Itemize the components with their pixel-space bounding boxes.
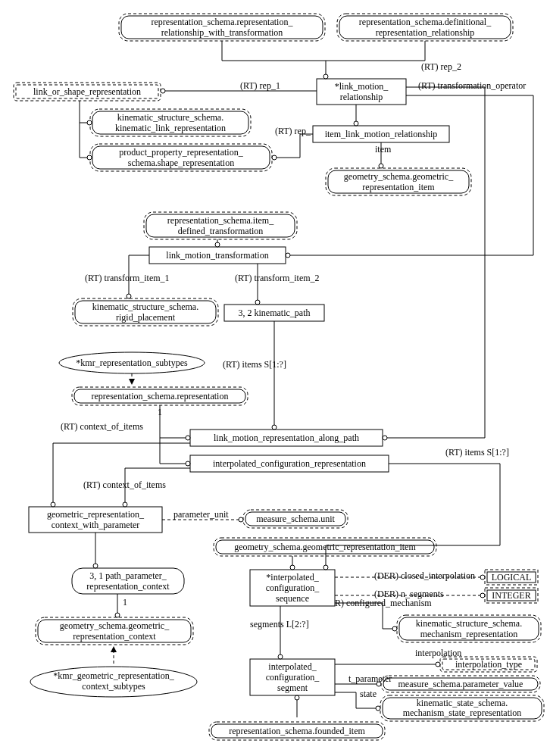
entity-link-or-shape-rep: link_or_shape_representation [14, 83, 161, 101]
svg-text:link_motion_representation_alo: link_motion_representation_along_path [214, 433, 359, 443]
edge-rep: (RT) rep_ [275, 126, 311, 136]
svg-point-108 [87, 120, 92, 125]
svg-point-140 [290, 565, 295, 570]
svg-text:interpolation_type: interpolation_type [455, 659, 522, 670]
svg-point-152 [377, 682, 381, 686]
svg-text:defined_transformation: defined_transformation [178, 226, 264, 236]
edge-segments: segments L[2:?] [250, 619, 309, 629]
entity-measure-unit: measure_schema.unit [243, 510, 348, 528]
svg-text:kinematic_state_schema.: kinematic_state_schema. [417, 698, 508, 708]
svg-text:*interpolated_: *interpolated_ [266, 572, 319, 583]
svg-text:geometry_schema.geometric_: geometry_schema.geometric_ [60, 620, 170, 631]
svg-text:representation_context: representation_context [73, 631, 156, 642]
svg-text:context_with_parameter: context_with_parameter [52, 520, 140, 530]
svg-point-145 [392, 626, 397, 631]
svg-text:representation_schema.founded_: representation_schema.founded_item [229, 726, 365, 736]
svg-text:product_property_representatio: product_property_representation_ [119, 147, 243, 158]
svg-point-144 [480, 593, 485, 598]
entity-rep-item-def-trans: representation_schema.item_ defined_tran… [144, 212, 297, 239]
entity-link-motion-rep-along-path: link_motion_representation_along_path [190, 430, 383, 446]
svg-point-131 [123, 502, 127, 507]
entity-link-motion-rel: *link_motion_ relationship [317, 79, 406, 105]
entity-def-rep-rel: representation_schema.definitional_ repr… [337, 14, 513, 41]
svg-text:mechanism_state_representation: mechanism_state_representation [403, 708, 522, 718]
svg-point-147 [278, 654, 283, 659]
svg-point-136 [93, 564, 98, 568]
svg-text:3, 2 kinematic_path: 3, 2 kinematic_path [239, 308, 311, 318]
svg-point-132 [323, 565, 328, 570]
entity-item-link-motion-rel: item_link_motion_relationship [313, 126, 449, 142]
svg-text:INTEGER: INTEGER [492, 590, 530, 601]
entity-prod-prop-rep: product_property_representation_ schema.… [90, 144, 272, 171]
edge-state: state [360, 689, 377, 699]
svg-text:kinematic_structure_schema.: kinematic_structure_schema. [117, 112, 223, 123]
svg-point-128 [186, 436, 190, 440]
svg-text:LOGICAL: LOGICAL [492, 572, 532, 583]
edge-trans-item-2: (RT) transform_item_2 [235, 273, 320, 283]
svg-text:geometric_representation_: geometric_representation_ [47, 509, 145, 520]
svg-text:*kmr_geometric_representation_: *kmr_geometric_representation_ [53, 670, 174, 681]
entity-interp-config-rep: interpolated_configuration_representatio… [190, 455, 389, 472]
edge-rep-2: (RT) rep_2 [421, 61, 461, 72]
svg-point-142 [480, 575, 485, 579]
edge-rep-1: (RT) rep_1 [240, 80, 280, 91]
svg-point-112 [286, 253, 290, 258]
edge-interpolation: interpolation [415, 648, 461, 658]
edge-items-s1-a: (RT) items S[1:?] [223, 359, 286, 370]
svg-text:relationship: relationship [340, 92, 383, 102]
svg-text:representation_relationship: representation_relationship [376, 27, 475, 38]
svg-text:representation_item: representation_item [362, 182, 435, 192]
entity-kin-rigid-placement: kinematic_structure_schema. rigid_placem… [73, 298, 218, 326]
svg-text:*link_motion_: *link_motion_ [335, 81, 389, 92]
entity-interp-config-seq: *interpolated_ configuration_ sequence [250, 570, 335, 606]
entity-interp-config-seg: interpolated_ configuration_ segment [250, 659, 335, 695]
svg-text:relationship_with_transformati: relationship_with_transformation [161, 27, 283, 38]
svg-text:kinematic_structure_schema.: kinematic_structure_schema. [416, 618, 522, 629]
edge-trans-op: (RT) transformation_operator [418, 80, 526, 91]
edge-param-unit: parameter_unit [173, 509, 229, 520]
svg-text:rigid_placement: rigid_placement [116, 312, 176, 323]
svg-point-150 [436, 662, 440, 667]
edge-ctx-items-a: (RT) context_of_items [61, 421, 143, 432]
entity-geom-rep-ctx: geometry_schema.geometric_ representatio… [36, 617, 193, 645]
svg-text:representation_schema.represen: representation_schema.representation_ [152, 17, 294, 27]
svg-text:interpolated_configuration_rep: interpolated_configuration_representatio… [213, 458, 366, 469]
edge-one-b: 1 [123, 597, 127, 608]
svg-text:sequence: sequence [276, 593, 309, 604]
svg-point-134 [239, 517, 243, 522]
entity-kin-mech-rep: kinematic_structure_schema. mechanism_re… [397, 615, 541, 642]
svg-point-105 [161, 89, 165, 93]
edge-item: item [375, 144, 392, 155]
svg-text:kinematic_structure_schema.: kinematic_structure_schema. [92, 301, 198, 312]
entity-rep-rel-with-trans: representation_schema.representation_ re… [119, 14, 325, 41]
svg-text:measure_schema.unit: measure_schema.unit [256, 514, 335, 524]
entity-kin-link-rep: kinematic_structure_schema. kinematic_li… [90, 109, 251, 136]
svg-point-138 [115, 613, 120, 617]
entity-measure-param-val: measure_schema.parameter_value [381, 676, 540, 692]
svg-text:link_or_shape_representation: link_or_shape_representation [33, 86, 141, 97]
svg-text:configuration_: configuration_ [266, 672, 320, 683]
svg-text:link_motion_transformation: link_motion_transformation [166, 250, 268, 261]
entity-kmr-geom-rep-ctx-sub: *kmr_geometric_representation_ context_s… [30, 667, 197, 697]
svg-point-123 [272, 425, 277, 430]
entity-rep-schema-rep: representation_schema.representation [72, 387, 248, 405]
entity-rep-founded-item: representation_schema.founded_item [209, 722, 385, 740]
edge-t-param: t_parameter [348, 673, 392, 684]
entity-geom-rep-item-lower: geometry_schema.geometric_representation… [214, 538, 436, 556]
svg-point-153 [376, 706, 380, 711]
svg-text:*kmr_representation_subtypes: *kmr_representation_subtypes [76, 358, 188, 368]
svg-point-119 [215, 242, 220, 247]
svg-point-117 [379, 164, 383, 168]
svg-text:3, 1 path_parameter_: 3, 1 path_parameter_ [89, 570, 167, 581]
svg-text:configuration_: configuration_ [266, 583, 320, 593]
entity-integer: INTEGER [485, 588, 538, 603]
svg-point-103 [323, 74, 328, 79]
svg-point-110 [87, 155, 92, 160]
svg-text:context_subtypes: context_subtypes [82, 681, 145, 692]
entity-geom-rep-item-upper: geometry_schema.geometric_ representatio… [326, 168, 471, 195]
svg-point-115 [272, 155, 277, 160]
entity-logical: LOGICAL [485, 570, 538, 585]
entity-geom-rep-ctx-param: geometric_representation_ context_with_p… [29, 507, 162, 533]
edge-trans-item-1: (RT) transform_item_1 [85, 273, 170, 283]
entity-interp-type: interpolation_type [440, 657, 537, 672]
